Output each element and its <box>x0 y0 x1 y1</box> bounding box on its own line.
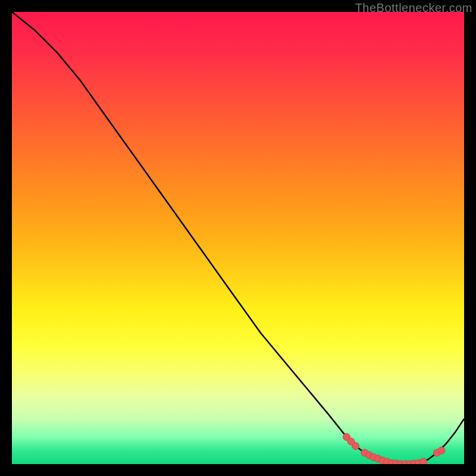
watermark-text: TheBottlenecker.com <box>355 1 472 15</box>
highlight-dot <box>438 447 445 454</box>
chart-frame: TheBottlenecker.com <box>0 0 476 476</box>
curve-line <box>12 12 464 464</box>
highlight-dot <box>352 443 359 450</box>
highlight-dot <box>420 458 427 464</box>
plot-area <box>12 12 464 464</box>
curve-svg <box>12 12 464 464</box>
dot-group <box>343 433 445 464</box>
